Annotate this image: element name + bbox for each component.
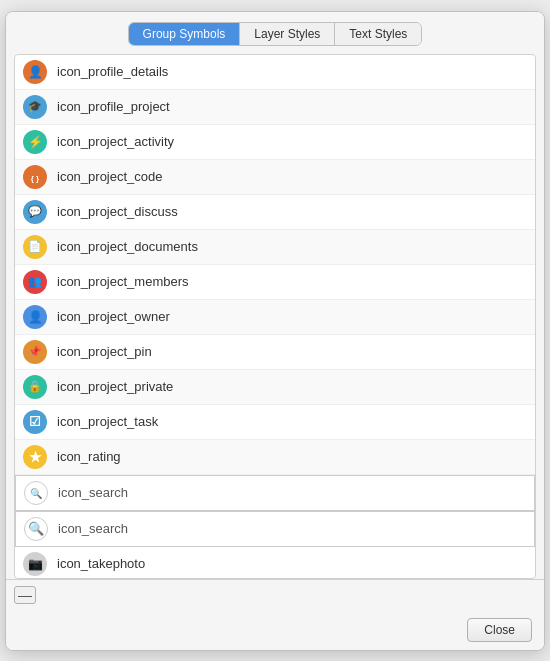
list-item[interactable]: icon_project_private (15, 370, 535, 405)
icon-task-icon (29, 414, 41, 429)
list-item-label: icon_search (58, 521, 128, 536)
tab-group: Group Symbols Layer Styles Text Styles (128, 22, 423, 46)
icon-doc-icon (28, 240, 42, 253)
list-item-label: icon_project_private (57, 379, 173, 394)
list-item[interactable]: icon_project_documents (15, 230, 535, 265)
list-item[interactable]: icon_profile_details (15, 55, 535, 90)
icon-lock-icon (28, 380, 42, 393)
minus-button[interactable]: — (14, 586, 36, 604)
icon-search-lg-icon (28, 521, 44, 536)
list-item[interactable]: icon_project_owner (15, 300, 535, 335)
icon-owner-icon (28, 310, 43, 324)
icon-search-sm-icon (30, 487, 42, 499)
icon-camera-icon (28, 557, 43, 571)
list-item-label: icon_takephoto (57, 556, 145, 571)
list-item[interactable]: icon_project_pin (15, 335, 535, 370)
symbols-list-container: icon_profile_detailsicon_profile_project… (14, 54, 536, 579)
tab-bar: Group Symbols Layer Styles Text Styles (6, 12, 544, 54)
tab-group-symbols[interactable]: Group Symbols (129, 23, 241, 45)
symbols-list-scroll[interactable]: icon_profile_detailsicon_profile_project… (15, 55, 535, 578)
icon-person-icon (28, 65, 43, 79)
list-item-label: icon_project_members (57, 274, 189, 289)
main-window: Group Symbols Layer Styles Text Styles i… (5, 11, 545, 651)
list-item[interactable]: icon_project_activity (15, 125, 535, 160)
icon-code-icon (31, 171, 39, 183)
list-item-label: icon_project_owner (57, 309, 170, 324)
close-button[interactable]: Close (467, 618, 532, 642)
list-item[interactable]: icon_takephoto (15, 547, 535, 578)
list-item-label: icon_profile_details (57, 64, 168, 79)
icon-members-icon (28, 275, 42, 288)
list-item[interactable]: icon_project_task (15, 405, 535, 440)
bottom-bar: — (6, 579, 544, 610)
footer: Close (6, 610, 544, 650)
tab-layer-styles[interactable]: Layer Styles (240, 23, 335, 45)
tab-text-styles[interactable]: Text Styles (335, 23, 421, 45)
list-item-label: icon_rating (57, 449, 121, 464)
list-item-label: icon_profile_project (57, 99, 170, 114)
icon-pin-icon (28, 345, 42, 358)
icon-bolt-icon (28, 135, 43, 149)
icon-chat-icon (28, 205, 42, 218)
list-item-label: icon_project_task (57, 414, 158, 429)
list-item[interactable]: icon_project_discuss (15, 195, 535, 230)
list-item-label: icon_project_pin (57, 344, 152, 359)
list-item[interactable]: icon_project_members (15, 265, 535, 300)
list-item-label: icon_search (58, 485, 128, 500)
list-item[interactable]: icon_rating (15, 440, 535, 475)
list-item-label: icon_project_discuss (57, 204, 178, 219)
icon-star-icon (29, 449, 42, 465)
list-item-label: icon_project_documents (57, 239, 198, 254)
list-item-label: icon_project_activity (57, 134, 174, 149)
list-item[interactable]: icon_search (15, 511, 535, 547)
list-item[interactable]: icon_profile_project (15, 90, 535, 125)
list-item[interactable]: icon_search (15, 475, 535, 511)
icon-hat-icon (28, 100, 42, 113)
list-item[interactable]: icon_project_code (15, 160, 535, 195)
list-item-label: icon_project_code (57, 169, 163, 184)
